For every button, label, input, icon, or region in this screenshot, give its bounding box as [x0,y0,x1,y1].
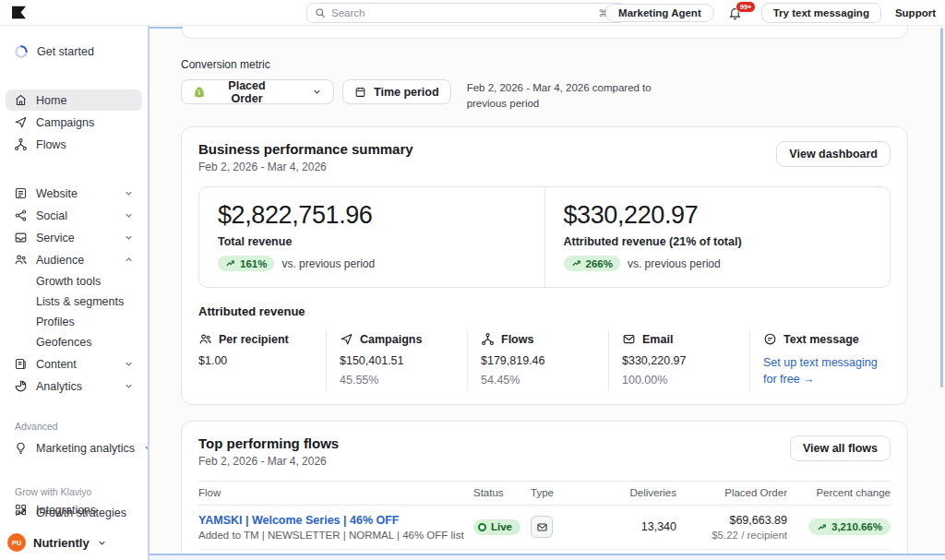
percent-change-badge: 3,210.66% [808,518,891,535]
sidebar-item-social[interactable]: Social [6,205,142,226]
main-content: Conversion metric Placed Order Time peri… [148,26,945,560]
chevron-down-icon [312,87,322,97]
status-badge: Live [473,519,520,535]
sidebar-item-content[interactable]: Content [6,353,142,375]
search-icon [315,7,326,18]
notifications-button[interactable]: 99+ [728,6,748,20]
chevron-down-icon [143,443,148,453]
trend-up-icon [225,258,235,268]
topbar: ⌘ K Marketing Agent 99+ Try text messagi… [0,0,945,26]
advanced-section-label: Advanced [0,421,148,432]
attributed-revenue-metric: $330,220.97 Attributed revenue (21% of t… [544,187,891,287]
audience-icon [14,253,28,267]
account-avatar: PU [7,533,26,552]
attributed-revenue-breakdown-title: Attributed revenue [198,304,891,318]
flows-icon [14,137,28,151]
top-flows-date-range: Feb 2, 2026 - Mar 4, 2026 [198,455,339,468]
total-revenue-change-badge: 161% [218,256,274,271]
marketing-agent-button[interactable]: Marketing Agent [605,4,714,22]
sidebar-item-campaigns[interactable]: Campaigns [6,112,142,133]
breakdown-email: Email $330,220.97 100.00% [608,330,749,389]
breakdown-per-recipient: Per recipient $1.00 [198,330,326,389]
klaviyo-logo-icon[interactable] [11,6,27,19]
breakdown-flows: Flows $179,819.46 54.45% [467,330,608,389]
scroll-focus-ring-top [150,27,183,29]
bottom-strip [150,555,945,560]
grow-section-label: Grow with Klaviyo [0,486,148,497]
scrolled-card-edge [181,26,908,39]
flows-icon [481,332,495,346]
chevron-down-icon [124,188,134,198]
view-all-flows-button[interactable]: View all flows [790,435,891,461]
sidebar-item-home[interactable]: Home [6,89,142,111]
social-icon [14,209,28,222]
chat-bubble-icon [763,332,777,346]
content-icon [14,357,28,371]
service-icon [14,231,28,244]
account-switcher[interactable]: PU Nutriently [7,533,107,552]
table-row: YAMSKI | Welcome Series | 46% OFF Added … [198,506,891,550]
try-text-messaging-button[interactable]: Try text messaging [761,3,881,23]
sidebar-item-lists-segments[interactable]: Lists & segments [6,292,142,312]
chevron-down-icon [124,359,134,369]
sidebar-item-geofences[interactable]: Geofences [6,332,142,352]
vertical-scrollbar[interactable] [940,28,943,387]
chevron-down-icon [124,210,134,220]
conversion-metric-select[interactable]: Placed Order [181,79,334,104]
period-compare-note: Feb 2, 2026 - Mar 4, 2026 compared to pr… [467,79,652,111]
business-performance-card: Business performance summary Feb 2, 2026… [181,126,908,404]
sidebar-item-profiles[interactable]: Profiles [6,312,142,332]
sidebar-item-integrations[interactable]: Integrations [6,499,142,520]
sidebar-item-marketing-analytics[interactable]: Marketing analytics [6,437,142,459]
email-type-icon [531,516,553,538]
conversion-metric-label: Conversion metric [181,58,945,71]
shopify-icon [193,86,206,99]
campaigns-icon [14,115,28,129]
per-recipient-value: $5.22 / recipient [676,530,787,541]
top-flows-title: Top performing flows [198,435,339,451]
chevron-up-icon [124,255,134,265]
calendar-icon [354,86,366,98]
placed-order-value: $69,663.89 [676,514,787,527]
sidebar: Get started Home Campaigns Flows Website… [0,26,148,560]
chevron-down-icon [124,381,134,391]
sidebar-item-growth-tools[interactable]: Growth tools [6,271,142,292]
sidebar-item-audience[interactable]: Audience [6,249,142,270]
attributed-revenue-breakdown: Per recipient $1.00 Campaigns $150,401.5… [198,330,891,389]
setup-text-messaging-link[interactable]: Set up text messaging for free → [763,354,878,387]
sidebar-item-flows[interactable]: Flows [6,134,142,155]
performance-date-range: Feb 2, 2026 - Mar 4, 2026 [198,161,413,173]
breakdown-text-message: Text message Set up text messaging for f… [749,330,891,389]
breakdown-campaigns: Campaigns $150,401.51 45.55% [326,330,467,389]
website-icon [14,186,28,200]
chevron-down-icon [97,538,107,548]
view-dashboard-button[interactable]: View dashboard [776,141,891,167]
flow-link[interactable]: YAMSKI | Welcome Series | 46% OFF [198,514,473,527]
notification-badge: 99+ [736,1,757,13]
trend-up-icon [817,522,827,532]
account-name: Nutriently [33,536,90,550]
trend-up-icon [571,258,581,268]
performance-title: Business performance summary [198,141,413,157]
home-icon [14,93,28,107]
filters-row: Placed Order Time period Feb 2, 2026 - M… [181,79,945,111]
email-icon [622,332,636,346]
flows-table: Flow Status Type Deliveries Placed Order… [198,481,891,560]
flows-table-header: Flow Status Type Deliveries Placed Order… [198,481,891,506]
search-input[interactable] [331,7,593,18]
support-link[interactable]: Support [895,7,936,18]
get-started-progress-icon [14,44,29,59]
flow-trigger: Added to TM | NEWSLETTER | NORMAL | 46% … [198,530,473,541]
time-period-button[interactable]: Time period [342,79,451,104]
sidebar-item-get-started[interactable]: Get started [6,41,142,62]
search-box[interactable]: ⌘ K [306,3,626,23]
campaigns-icon [340,332,353,346]
sidebar-item-service[interactable]: Service [6,227,142,248]
lightbulb-icon [14,441,28,455]
chevron-down-icon [124,232,134,243]
deliveries-value: 13,340 [586,520,676,533]
sidebar-item-website[interactable]: Website [6,183,142,204]
sidebar-item-analytics[interactable]: Analytics [6,375,142,397]
total-revenue-value: $2,822,751.96 [218,201,526,230]
top-flows-card: Top performing flows Feb 2, 2026 - Mar 4… [181,421,908,560]
